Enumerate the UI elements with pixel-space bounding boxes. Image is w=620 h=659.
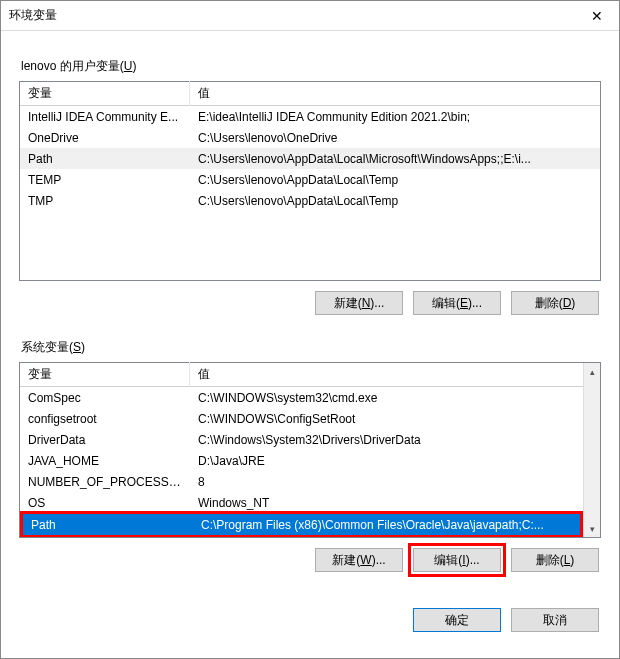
- table-row[interactable]: TEMP C:\Users\lenovo\AppData\Local\Temp: [20, 169, 600, 190]
- scrollbar[interactable]: ▴ ▾: [583, 363, 600, 537]
- close-button[interactable]: ✕: [574, 1, 619, 31]
- table-row[interactable]: DriverData C:\Windows\System32\Drivers\D…: [20, 429, 583, 450]
- col-header-name[interactable]: 变量: [20, 81, 190, 106]
- cancel-button[interactable]: 取消: [511, 608, 599, 632]
- close-icon: ✕: [591, 8, 603, 24]
- dialog-content: lenovo 的用户变量(U) 变量 值 IntelliJ IDEA Commu…: [1, 31, 619, 584]
- window-title: 环境变量: [9, 7, 57, 24]
- col-header-name[interactable]: 变量: [20, 362, 190, 387]
- table-row[interactable]: OneDrive C:\Users\lenovo\OneDrive: [20, 127, 600, 148]
- table-row[interactable]: IntelliJ IDEA Community E... E:\idea\Int…: [20, 106, 600, 127]
- user-vars-buttons: 新建(N)... 编辑(E)... 删除(D): [19, 281, 601, 317]
- table-row[interactable]: JAVA_HOME D:\Java\JRE: [20, 450, 583, 471]
- user-vars-label: lenovo 的用户变量(U): [21, 58, 601, 75]
- user-table-header: 变量 值: [20, 82, 600, 106]
- table-row[interactable]: TMP C:\Users\lenovo\AppData\Local\Temp: [20, 190, 600, 211]
- table-row[interactable]: NUMBER_OF_PROCESSORS 8: [20, 471, 583, 492]
- title-bar: 环境变量 ✕: [1, 1, 619, 31]
- user-edit-button[interactable]: 编辑(E)...: [413, 291, 501, 315]
- system-vars-label: 系统变量(S): [21, 339, 601, 356]
- user-vars-table[interactable]: 变量 值 IntelliJ IDEA Community E... E:\ide…: [19, 81, 601, 281]
- system-table-header: 变量 值: [20, 363, 600, 387]
- system-delete-button[interactable]: 删除(L): [511, 548, 599, 572]
- user-new-button[interactable]: 新建(N)...: [315, 291, 403, 315]
- scroll-down-icon[interactable]: ▾: [584, 520, 600, 537]
- ok-button[interactable]: 确定: [413, 608, 501, 632]
- table-row-selected[interactable]: Path C:\Program Files (x86)\Common Files…: [23, 514, 580, 535]
- scroll-up-icon[interactable]: ▴: [584, 363, 600, 380]
- system-vars-buttons: 新建(W)... 编辑(I)... 删除(L): [19, 538, 601, 574]
- col-header-value[interactable]: 值: [190, 362, 600, 387]
- dialog-footer: 确定 取消: [1, 584, 619, 646]
- table-row[interactable]: configsetroot C:\WINDOWS\ConfigSetRoot: [20, 408, 583, 429]
- table-row[interactable]: Path C:\Users\lenovo\AppData\Local\Micro…: [20, 148, 600, 169]
- highlight-box: 编辑(I)...: [408, 543, 506, 577]
- system-edit-button[interactable]: 编辑(I)...: [413, 548, 501, 572]
- col-header-value[interactable]: 值: [190, 81, 600, 106]
- system-new-button[interactable]: 新建(W)...: [315, 548, 403, 572]
- system-vars-table[interactable]: 变量 值 ComSpec C:\WINDOWS\system32\cmd.exe…: [19, 362, 601, 538]
- table-row[interactable]: OS Windows_NT: [20, 492, 583, 513]
- user-delete-button[interactable]: 删除(D): [511, 291, 599, 315]
- table-row[interactable]: ComSpec C:\WINDOWS\system32\cmd.exe: [20, 387, 583, 408]
